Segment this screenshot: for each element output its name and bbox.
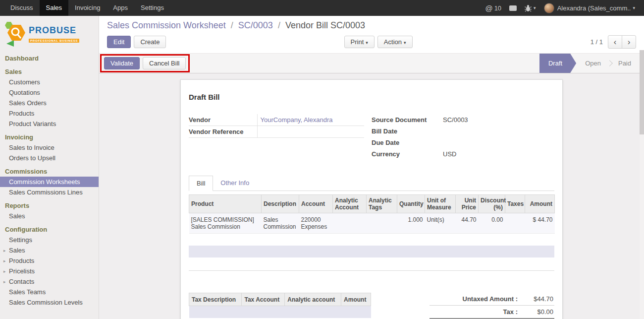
column-header-discount[interactable]: Discount (%): [479, 195, 505, 213]
sidebar-item-sales-commission-levels[interactable]: Sales Commission Levels: [0, 297, 99, 308]
tab-other-info[interactable]: Other Info: [213, 176, 257, 191]
section-separator: [189, 270, 554, 271]
source-document-label: Source Document: [372, 114, 440, 126]
user-menu-button[interactable]: Alexandra (Sales_comm.. ▾: [540, 0, 639, 16]
sidebar-section-invoicing[interactable]: Invoicing: [0, 131, 99, 142]
stage-paid[interactable]: Paid: [609, 54, 640, 73]
column-header-analytic-tags[interactable]: Analytic Tags: [367, 195, 397, 213]
invoice-line-row[interactable]: [SALES COMMISSION] Sales Commission Sale…: [189, 213, 555, 234]
sidebar-item-config-settings[interactable]: Settings: [0, 235, 99, 245]
sidebar-item-config-products[interactable]: ▸ Products: [0, 255, 99, 266]
cancel-bill-button[interactable]: Cancel Bill: [143, 57, 186, 69]
tax-value: $0.00: [519, 306, 554, 319]
breadcrumb-link-record[interactable]: SC/0003: [238, 20, 273, 30]
vendor-value-link[interactable]: YourCompany, Alexandra: [261, 116, 333, 124]
menu-apps[interactable]: Apps: [107, 0, 134, 16]
column-header-product[interactable]: Product: [189, 195, 262, 213]
pager: ‹ ›: [608, 35, 636, 49]
messages-button[interactable]: [505, 0, 521, 16]
sidebar-item-sales-to-invoice[interactable]: Sales to Invoice: [0, 142, 99, 153]
column-header-amount[interactable]: Amount: [525, 195, 555, 213]
breadcrumb-separator: /: [278, 20, 280, 30]
tax-lines-table: Tax Description Tax Account Analytic acc…: [189, 293, 371, 319]
sidebar-item-sales-teams[interactable]: Sales Teams: [0, 287, 99, 297]
due-date-value: [440, 137, 547, 148]
cell-description: Sales Commission: [262, 213, 299, 234]
currency-value: USD: [440, 148, 547, 160]
column-header-uom[interactable]: Unit of Measure: [425, 195, 456, 213]
scrollbar-thumb[interactable]: [640, 50, 644, 134]
column-header-tax-amount[interactable]: Amount: [341, 293, 371, 306]
untaxed-amount-row: Untaxed Amount : $44.70: [429, 293, 554, 306]
sidebar-section-sales[interactable]: Sales: [0, 66, 99, 77]
column-header-unit-price[interactable]: Unit Price: [456, 195, 479, 213]
sidebar-item-commission-worksheets[interactable]: Commission Worksheets: [0, 177, 99, 187]
cell-discount: 0.00: [479, 213, 505, 234]
column-header-account[interactable]: Account: [299, 195, 333, 213]
bug-icon: [525, 4, 532, 12]
tab-bill[interactable]: Bill: [189, 176, 213, 191]
sidebar-item-config-pricelists[interactable]: ▸ Pricelists: [0, 266, 99, 276]
column-header-tax-analytic-account[interactable]: Analytic account: [285, 293, 341, 306]
sidebar-item-sales-orders[interactable]: Sales Orders: [0, 98, 99, 108]
edit-button[interactable]: Edit: [107, 36, 131, 48]
pager-previous-button[interactable]: ‹: [608, 35, 622, 49]
sidebar-item-reports-sales[interactable]: Sales: [0, 211, 99, 221]
menu-settings[interactable]: Settings: [134, 0, 170, 16]
sidebar-item-sales-commissions-lines[interactable]: Sales Commissions Lines: [0, 187, 99, 197]
sidebar-item-label: Contacts: [9, 278, 34, 285]
sidebar-item-quotations[interactable]: Quotations: [0, 87, 99, 98]
control-panel-buttons-row: Edit Create Print▾ Action▾ 1 / 1 ‹ ›: [107, 35, 636, 49]
menu-invoicing[interactable]: Invoicing: [68, 0, 107, 16]
column-header-taxes[interactable]: Taxes: [505, 195, 525, 213]
create-button[interactable]: Create: [134, 36, 166, 48]
sidebar-item-dashboard[interactable]: Dashboard: [0, 53, 99, 64]
lines-header-row: Product Description Account Analytic Acc…: [189, 195, 555, 213]
empty-line-row: [189, 234, 554, 246]
mention-count: 10: [494, 4, 501, 12]
column-header-quantity[interactable]: Quantity: [397, 195, 425, 213]
column-header-analytic-account[interactable]: Analytic Account: [333, 195, 367, 213]
column-header-tax-description[interactable]: Tax Description: [189, 293, 242, 306]
sidebar-item-config-sales[interactable]: ▸ Sales: [0, 245, 99, 255]
action-dropdown-button[interactable]: Action▾: [377, 36, 413, 48]
breadcrumb-link-worksheet[interactable]: Sales Commission Worksheet: [107, 20, 226, 30]
column-header-tax-account[interactable]: Tax Account: [242, 293, 285, 306]
form-statusbar: Validate Cancel Bill Draft Open Paid: [99, 53, 644, 73]
main-area: Sales Commission Worksheet / SC/0003 / V…: [99, 16, 644, 319]
currency-label: Currency: [372, 148, 440, 160]
cell-taxes: [505, 213, 525, 234]
sidebar-item-product-variants[interactable]: Product Variants: [0, 119, 99, 129]
stage-draft[interactable]: Draft: [539, 54, 576, 73]
user-name: Alexandra (Sales_comm..: [557, 4, 631, 12]
expand-arrow-icon: ▸: [3, 247, 6, 255]
sidebar-section-commissions[interactable]: Commissions: [0, 166, 99, 177]
sidebar-item-orders-to-upsell[interactable]: Orders to Upsell: [0, 153, 99, 163]
company-logo[interactable]: PROBUSE PROFESSIONAL BUSINESS: [0, 16, 99, 53]
sidebar-section-reports[interactable]: Reports: [0, 200, 99, 211]
print-dropdown-button[interactable]: Print▾: [344, 36, 375, 48]
stage-open[interactable]: Open: [576, 54, 610, 73]
debug-menu-button[interactable]: ▾: [521, 0, 540, 16]
caret-down-icon: ▾: [366, 40, 368, 45]
logo-title: PROBUSE: [29, 26, 79, 35]
menu-discuss[interactable]: Discuss: [4, 0, 40, 16]
menu-sales[interactable]: Sales: [40, 0, 69, 16]
due-date-label: Due Date: [372, 137, 440, 148]
pager-next-button[interactable]: ›: [622, 35, 636, 49]
mention-counter[interactable]: @ 10: [481, 0, 505, 16]
chat-bubble-icon: [509, 5, 517, 11]
cell-analytic-tags: [367, 213, 397, 234]
sidebar-item-products[interactable]: Products: [0, 108, 99, 119]
content-scrollbar[interactable]: [640, 50, 644, 319]
validate-button[interactable]: Validate: [104, 57, 140, 69]
status-pipeline: Draft Open Paid: [539, 54, 640, 73]
sidebar-section-configuration[interactable]: Configuration: [0, 224, 99, 235]
expand-arrow-icon: ▸: [3, 268, 6, 275]
bill-date-value: [440, 126, 547, 137]
sidebar-item-label: Sales: [9, 247, 25, 254]
sidebar-item-config-contacts[interactable]: ▸ Contacts: [0, 276, 99, 287]
sidebar-item-customers[interactable]: Customers: [0, 77, 99, 87]
document-title: Draft Bill: [189, 93, 554, 101]
column-header-description[interactable]: Description: [262, 195, 299, 213]
